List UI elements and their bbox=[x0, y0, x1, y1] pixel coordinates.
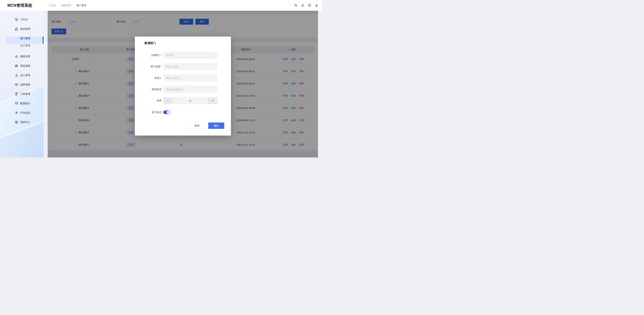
chevron-down-icon bbox=[213, 54, 215, 56]
app-logo: MCN管理系统 bbox=[8, 0, 32, 11]
dept-status-label: 部门状态 bbox=[139, 109, 162, 116]
select-placeholder: 请选择 bbox=[166, 54, 213, 57]
parent-dept-label: 上级部门* bbox=[139, 52, 162, 59]
bell-icon[interactable] bbox=[301, 3, 304, 7]
sort-label: 排序 bbox=[139, 97, 162, 104]
help-icon[interactable] bbox=[308, 3, 312, 7]
leader-label: 负责人 bbox=[139, 74, 162, 81]
sidebar-item-label: 工作台 bbox=[20, 18, 28, 21]
top-header: MCN管理系统 工作台 组织管理 部门管理 bbox=[0, 0, 322, 11]
sidebar-item-workbench[interactable]: 工作台 bbox=[0, 16, 44, 23]
sidebar-subitem-department[interactable]: 部门管理 bbox=[0, 35, 44, 41]
sidebar-item-system[interactable]: 系统设置 bbox=[0, 62, 44, 69]
stepper-plus-button[interactable]: + bbox=[208, 97, 217, 104]
settings-icon bbox=[15, 64, 18, 67]
chevron-right-icon bbox=[73, 4, 75, 6]
clipboard-icon bbox=[15, 92, 18, 96]
sidebar-item-label: 行为监控 bbox=[20, 111, 30, 114]
sidebar-item-label: 培训中心 bbox=[20, 121, 30, 124]
sidebar-item-monitoring[interactable]: 行为监控 bbox=[0, 109, 44, 116]
webcam-icon bbox=[15, 111, 18, 114]
modal-title: 新增部门 bbox=[144, 41, 156, 45]
required-asterisk: * bbox=[160, 54, 162, 56]
monitor-icon bbox=[15, 18, 18, 21]
sidebar-item-training[interactable]: 培训中心 bbox=[0, 119, 44, 125]
breadcrumb-item-current: 部门管理 bbox=[76, 4, 86, 7]
header-icons bbox=[294, 0, 318, 11]
sidebar-item-label: 权限管理 bbox=[20, 55, 30, 58]
stepper-minus-button[interactable]: − bbox=[163, 97, 172, 104]
lock-icon bbox=[15, 55, 18, 58]
sidebar-item-label: 品牌资源 bbox=[20, 83, 30, 86]
sidebar-item-organization[interactable]: 组织管理 bbox=[0, 26, 44, 32]
sidebar-subitem-label: 部门管理 bbox=[20, 37, 30, 40]
confirm-button[interactable]: 确定 bbox=[208, 122, 224, 129]
sort-stepper: − 0 + bbox=[163, 97, 217, 104]
chart-icon bbox=[15, 102, 18, 105]
parent-dept-select[interactable]: 请选择 bbox=[163, 52, 217, 59]
chevron-down-icon[interactable] bbox=[37, 28, 40, 30]
add-department-modal: 新增部门 上级部门* 请选择 部门名称* 负责人 联系电话 排序 − 0 + 部… bbox=[135, 36, 231, 136]
sidebar-item-label: 达人管理 bbox=[20, 74, 30, 77]
sidebar-subitem-label: 员工管理 bbox=[20, 44, 30, 47]
sidebar-item-label: 数据统计 bbox=[20, 102, 30, 105]
user-icon[interactable] bbox=[314, 3, 318, 7]
required-asterisk: * bbox=[160, 65, 162, 68]
sidebar-item-label: 组织管理 bbox=[20, 27, 30, 31]
breadcrumb: 工作台 组织管理 部门管理 bbox=[49, 0, 86, 11]
sidebar-item-label: 订单管理 bbox=[20, 92, 30, 96]
sidebar-nav: 工作台 组织管理 部门管理 员工管理 权限管理 系统设置 达人管理 品牌资源 bbox=[0, 16, 44, 125]
search-icon[interactable] bbox=[294, 3, 298, 7]
cabinet-icon bbox=[15, 120, 18, 124]
sidebar-item-brand[interactable]: 品牌资源 bbox=[0, 81, 44, 88]
phone-label: 联系电话 bbox=[139, 86, 162, 93]
leader-input[interactable] bbox=[163, 74, 217, 81]
sidebar-item-talent[interactable]: 达人管理 bbox=[0, 72, 44, 79]
chevron-right-icon bbox=[58, 4, 60, 6]
dept-name-input[interactable] bbox=[163, 63, 217, 70]
sidebar-subitem-employee[interactable]: 员工管理 bbox=[0, 42, 44, 49]
phone-input[interactable] bbox=[163, 86, 217, 93]
person-icon bbox=[15, 73, 18, 77]
dept-status-toggle[interactable] bbox=[163, 110, 170, 114]
breadcrumb-item[interactable]: 组织管理 bbox=[62, 4, 71, 7]
sidebar: 工作台 组织管理 部门管理 员工管理 权限管理 系统设置 达人管理 品牌资源 bbox=[0, 11, 44, 157]
sidebar-item-label: 系统设置 bbox=[20, 64, 30, 67]
cancel-button[interactable]: 取消 bbox=[189, 122, 205, 129]
box-icon bbox=[15, 83, 18, 86]
breadcrumb-item[interactable]: 工作台 bbox=[49, 4, 56, 7]
sidebar-item-order[interactable]: 订单管理 bbox=[0, 91, 44, 97]
sidebar-item-statistics[interactable]: 数据统计 bbox=[0, 100, 44, 107]
stepper-value[interactable]: 0 bbox=[172, 97, 208, 104]
sidebar-item-permission[interactable]: 权限管理 bbox=[0, 53, 44, 60]
building-icon bbox=[15, 27, 18, 31]
dept-name-label: 部门名称* bbox=[139, 63, 162, 70]
